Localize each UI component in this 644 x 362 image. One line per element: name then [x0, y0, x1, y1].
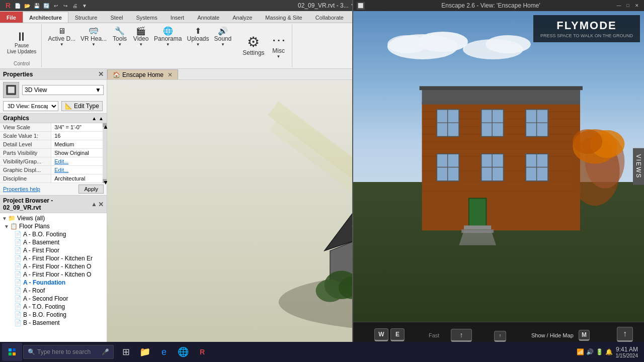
key-e[interactable]: E: [390, 328, 405, 341]
volume-icon[interactable]: 🔊: [586, 348, 594, 355]
props-scrollbar[interactable]: ▲ ▼: [103, 123, 107, 183]
tree-item-second-floor[interactable]: 📄 A - Second Floor: [0, 295, 107, 303]
tab-architecture[interactable]: Architecture: [23, 12, 68, 23]
tree-expand-floor-plans[interactable]: ▼: [4, 224, 10, 229]
tab-insert[interactable]: Insert: [164, 12, 191, 23]
section-scroll-up[interactable]: ▲: [99, 116, 104, 121]
graphics-section-header: Graphics ▲ ▲: [0, 113, 107, 123]
fast-label: Fast: [429, 332, 449, 338]
tree-item-floor-plans[interactable]: ▼ 📋 Floor Plans: [0, 222, 107, 230]
tab-collaborate[interactable]: Collaborate: [309, 12, 350, 23]
uploads-btn[interactable]: ⬆ Uploads ▼: [185, 26, 211, 48]
expand-3: [8, 248, 14, 253]
sync-btn[interactable]: 🔄: [42, 2, 50, 10]
prop-parts-vis-val[interactable]: Show Original: [51, 149, 107, 157]
tree-item-roof[interactable]: 📄 A - Roof: [0, 287, 107, 295]
browser-header: Project Browser - 02_09_VR.rvt ▲ ✕: [0, 196, 107, 213]
tab-systems[interactable]: Systems: [129, 12, 164, 23]
tree-item-to-footing[interactable]: 📄 A - T.O. Footing: [0, 303, 107, 311]
revit-logo-icon[interactable]: R: [4, 2, 12, 10]
arrow-up[interactable]: ↑: [494, 331, 506, 342]
redo-btn[interactable]: ↪: [61, 2, 69, 10]
ribbon-group-control: ⏸ PauseLive Updates Control: [2, 24, 42, 67]
prop-view-scale-value[interactable]: 3/4" = 1'-0": [51, 123, 107, 132]
taskbar-revit[interactable]: R: [193, 343, 211, 361]
uploads-dropdown: ▼: [196, 42, 200, 47]
start-button[interactable]: [2, 343, 22, 361]
battery-icon[interactable]: 🔋: [596, 348, 603, 355]
print-btn[interactable]: 🖨: [71, 2, 79, 10]
prop-graphic-disp-val[interactable]: Edit...: [51, 166, 107, 174]
taskbar-browser-ie[interactable]: e: [155, 343, 173, 361]
tree-item-b-bo-footing[interactable]: 📄 B - B.O. Footing: [0, 311, 107, 319]
notification-icon[interactable]: 🔔: [605, 348, 613, 355]
tab-analyze[interactable]: Analyze: [226, 12, 259, 23]
active-display-btn[interactable]: 🖥 Active D... ▼: [46, 26, 77, 48]
panorama-btn[interactable]: 🌐 Panorama ▼: [152, 26, 184, 48]
tree-item-first-floor-kitch1[interactable]: 📄 A - First Floor - Kitchen Er: [0, 254, 107, 262]
views-tab[interactable]: VIEWS: [633, 148, 644, 185]
tab-structure[interactable]: Structure: [68, 12, 104, 23]
save-btn[interactable]: 💾: [33, 2, 41, 10]
tools-btn[interactable]: 🔧 Tools ▼: [110, 26, 130, 48]
tree-item-views-all[interactable]: ▼ 📁 Views (all): [0, 214, 107, 222]
taskbar-explorer[interactable]: 📁: [136, 343, 154, 361]
view-instance-select[interactable]: 3D View: Enscape Ho: [3, 101, 58, 111]
tree-expand-views[interactable]: ▼: [2, 216, 8, 221]
key-up-arrow[interactable]: ↑: [451, 329, 472, 342]
tree-item-first-floor[interactable]: 📄 A - First Floor: [0, 246, 107, 254]
apply-btn[interactable]: Apply: [78, 185, 104, 194]
key-w[interactable]: W: [374, 328, 388, 341]
prop-scale-value-val[interactable]: 16: [51, 132, 107, 140]
tree-item-foundation[interactable]: 📄 A - Foundation: [0, 279, 107, 287]
video-btn[interactable]: 🎬 Video ▼: [131, 26, 151, 48]
view-type-dropdown[interactable]: 3D View ▼: [22, 85, 104, 95]
tree-item-bo-footing[interactable]: 📄 A - B.O. Footing: [0, 230, 107, 238]
tree-item-first-floor-kitch3[interactable]: 📄 A - First Floor - Kitchen O: [0, 270, 107, 279]
open-btn[interactable]: 📂: [23, 2, 31, 10]
sound-btn[interactable]: 🔊 Sound ▼: [212, 26, 234, 48]
dir-up[interactable]: ↑: [617, 327, 633, 342]
section-collapse-btn[interactable]: ▲: [92, 116, 97, 121]
enscape-home-tab[interactable]: 🏠 Enscape Home ✕: [107, 69, 178, 79]
tab-close[interactable]: ✕: [168, 71, 173, 78]
properties-close-btn[interactable]: ✕: [98, 70, 104, 78]
taskbar-browser-edge[interactable]: 🌐: [174, 343, 192, 361]
properties-help-link[interactable]: Properties help: [3, 186, 40, 192]
taskbar-task-view[interactable]: ⊞: [117, 343, 135, 361]
building-svg: [382, 69, 629, 259]
undo-btn[interactable]: ↩: [52, 2, 60, 10]
new-btn[interactable]: 📄: [14, 2, 22, 10]
prop-visibility-val[interactable]: Edit...: [51, 157, 107, 166]
date-display: 1/15/2024: [616, 353, 638, 358]
properties-panel: Properties ✕ 🔲 3D View ▼ 3D View: Enscap…: [0, 69, 107, 196]
properties-header: Properties ✕: [0, 69, 107, 80]
pause-live-updates-btn[interactable]: ⏸ PauseLive Updates: [5, 30, 38, 56]
tree-item-first-floor-kitch2[interactable]: 📄 A - First Floor - Kitchen O: [0, 262, 107, 270]
browser-close-btn[interactable]: ✕: [98, 201, 104, 208]
prop-discipline-val[interactable]: Architectural: [51, 174, 107, 183]
settings-btn[interactable]: ⚙ Settings: [240, 34, 266, 57]
network-icon[interactable]: 📶: [577, 348, 584, 355]
tab-annotate[interactable]: Annotate: [191, 12, 226, 23]
taskbar-search[interactable]: 🔍 Type here to search 🎤: [23, 345, 114, 359]
floor-plan-icon-12: 📄: [14, 319, 22, 326]
tree-item-basement[interactable]: 📄 A - Basement: [0, 238, 107, 246]
tab-file[interactable]: File: [0, 12, 23, 23]
render-viewport[interactable]: FLYMODE PRESS SPACE TO WALK ON THE GROUN…: [353, 69, 644, 322]
browser-scroll-up[interactable]: ▲: [91, 201, 97, 208]
misc-btn[interactable]: ⋯ Misc ▼: [269, 32, 289, 60]
active-display-label: Active D...: [48, 35, 75, 42]
prop-detail-level-val[interactable]: Medium: [51, 140, 107, 149]
scroll-up-btn[interactable]: ▲: [103, 123, 107, 127]
tab-massing[interactable]: Massing & Site: [259, 12, 308, 23]
key-m[interactable]: M: [579, 330, 590, 341]
arrow-btn[interactable]: ▼: [80, 2, 89, 10]
tab-steel[interactable]: Steel: [104, 12, 129, 23]
vr-headset-btn[interactable]: 🥽 VR Hea... ▼: [78, 26, 109, 48]
tree-item-b-basement[interactable]: 📄 B - Basement: [0, 319, 107, 327]
browser-content[interactable]: ▼ 📁 Views (all) ▼ 📋 Floor Plans 📄 A - B.…: [0, 213, 107, 342]
edit-type-btn[interactable]: 📐 Edit Type: [61, 101, 103, 111]
scroll-down-btn[interactable]: ▼: [103, 179, 107, 183]
prop-discipline: Discipline Architectural: [0, 174, 107, 183]
